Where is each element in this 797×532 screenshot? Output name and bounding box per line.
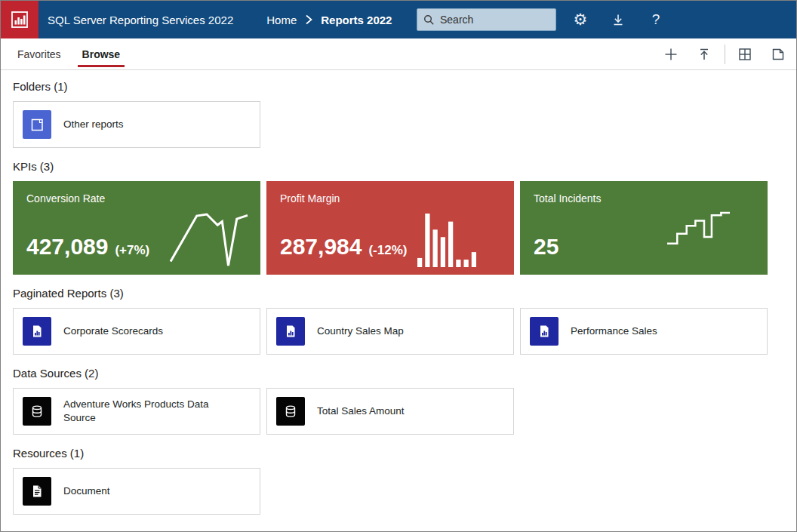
tab-favorites[interactable]: Favorites [13,38,66,69]
header-actions: ⚙ ? [571,1,665,38]
settings-icon[interactable]: ⚙ [571,11,589,29]
kpi-card-total-incidents[interactable]: Total Incidents 25 [520,181,768,275]
database-icon [276,397,305,426]
paginated-reports-row: Corporate Scorecards Country Sales Map [13,308,796,355]
app-logo[interactable] [1,1,38,38]
kpi-value: 25 [534,234,565,260]
report-card-country-sales-map[interactable]: Country Sales Map [266,308,514,355]
item-label: Adventure Works Products Data Source [63,398,228,425]
app-title: SQL Server Reporting Services 2022 [48,14,233,26]
upload-button[interactable] [697,47,712,62]
chevron-right-icon [304,14,313,26]
upload-icon [697,47,712,62]
item-label: Corporate Scorecards [63,324,163,338]
help-icon[interactable]: ? [647,11,665,29]
document-icon [23,477,51,506]
bar-chart-logo-icon [9,9,30,30]
search-icon [423,14,435,26]
section-title-resources: Resources (1) [13,447,796,460]
item-label: Document [63,484,110,498]
datasource-card-total-sales-amount[interactable]: Total Sales Amount [266,388,514,435]
breadcrumb: Home Reports 2022 [266,14,392,26]
section-title-paginated-reports: Paginated Reports (3) [13,287,796,300]
database-icon [23,397,51,426]
kpis-row: Conversion Rate 427,089 (+7%) Profit Mar… [13,181,796,275]
datasource-card-adventure-works[interactable]: Adventure Works Products Data Source [13,388,260,435]
search-input[interactable] [417,8,556,31]
report-card-corporate-scorecards[interactable]: Corporate Scorecards [13,308,260,355]
folder-icon [23,110,51,139]
item-label: Performance Sales [571,324,657,338]
new-item-button[interactable] [663,47,679,62]
details-view-icon [771,47,786,62]
report-card-performance-sales[interactable]: Performance Sales [520,308,768,355]
report-icon [23,317,51,346]
kpi-title: Conversion Rate [26,192,105,204]
download-icon[interactable] [609,11,627,29]
kpi-bar-sparkline [417,214,476,267]
folder-card-other-reports[interactable]: Other reports [13,101,260,148]
item-label: Country Sales Map [317,324,404,338]
data-sources-row: Adventure Works Products Data Source Tot… [13,388,796,435]
search-box [417,8,556,31]
kpi-step-sparkline [667,213,730,244]
item-label: Total Sales Amount [317,404,405,418]
tiles-view-button[interactable] [737,47,752,62]
browse-content: Folders (1) Other reports KPIs (3) Conve… [1,80,796,515]
toolbar-divider [725,45,725,64]
kpi-line-sparkline [171,214,248,266]
report-icon [276,317,305,346]
item-label: Other reports [63,118,124,131]
folders-row: Other reports [13,101,796,148]
plus-icon [663,47,679,62]
resources-row: Document [13,468,796,515]
breadcrumb-current: Reports 2022 [321,14,392,26]
tab-bar: Favorites Browse [1,38,796,70]
section-title-data-sources: Data Sources (2) [13,367,796,380]
kpi-title: Total Incidents [534,192,602,204]
kpi-value: 427,089 (+7%) [26,234,149,260]
kpi-card-profit-margin[interactable]: Profit Margin 287,984 (-12%) [266,181,514,275]
tab-browse[interactable]: Browse [78,38,125,69]
tiles-view-icon [737,47,752,62]
report-icon [530,317,559,346]
breadcrumb-home[interactable]: Home [266,14,297,26]
tab-actions [645,38,786,70]
section-title-folders: Folders (1) [13,80,796,93]
kpi-title: Profit Margin [280,192,340,204]
kpi-value: 287,984 (-12%) [280,234,407,260]
details-view-button[interactable] [771,47,786,62]
kpi-card-conversion-rate[interactable]: Conversion Rate 427,089 (+7%) [13,181,260,275]
resource-card-document[interactable]: Document [13,468,260,515]
top-bar: SQL Server Reporting Services 2022 Home … [1,1,796,38]
section-title-kpis: KPIs (3) [13,160,796,173]
